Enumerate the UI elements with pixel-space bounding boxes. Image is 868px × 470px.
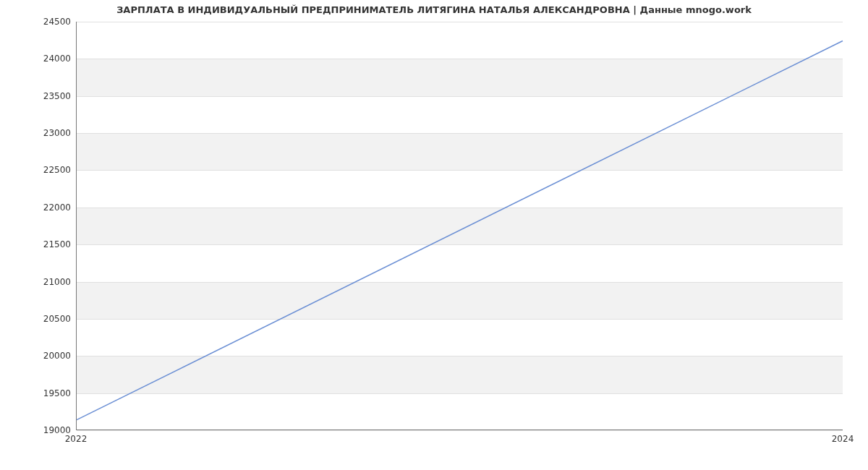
line-layer — [77, 22, 843, 430]
y-tick-label: 21000 — [6, 277, 71, 287]
y-tick-label: 22500 — [6, 165, 71, 175]
y-tick-label: 24500 — [6, 17, 71, 27]
plot-area — [76, 22, 843, 430]
y-tick-label: 24000 — [6, 54, 71, 64]
y-tick-label: 23500 — [6, 91, 71, 101]
x-tick-label: 2022 — [65, 434, 88, 444]
y-tick-label: 21500 — [6, 239, 71, 249]
y-tick-label: 22000 — [6, 202, 71, 213]
y-tick-label: 19500 — [6, 388, 71, 398]
y-tick-label: 20000 — [6, 351, 71, 361]
y-tick-label: 20500 — [6, 314, 71, 324]
y-tick-label: 23000 — [6, 128, 71, 138]
series-line — [77, 40, 843, 419]
gridline — [77, 430, 843, 431]
x-tick-label: 2024 — [832, 434, 854, 444]
chart-title: ЗАРПЛАТА В ИНДИВИДУАЛЬНЫЙ ПРЕДПРИНИМАТЕЛ… — [0, 4, 868, 15]
y-tick-label: 19000 — [6, 425, 71, 435]
